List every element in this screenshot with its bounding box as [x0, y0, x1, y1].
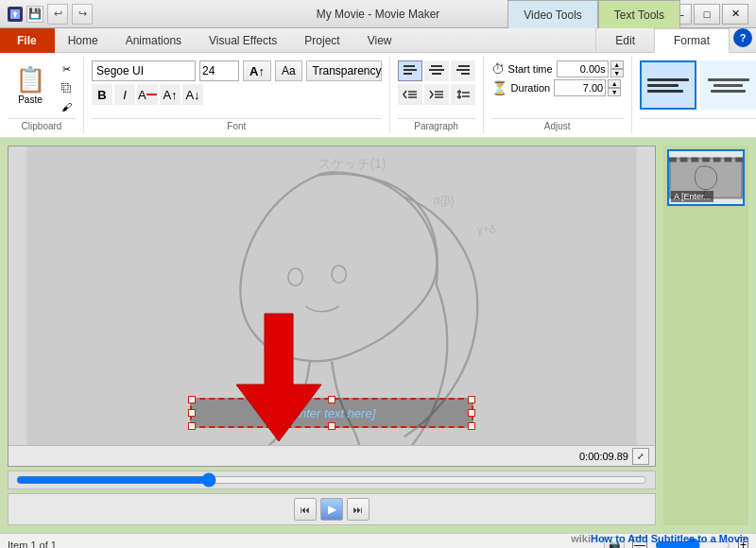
copy-btn[interactable]: ⿻: [57, 79, 76, 96]
tab-animations[interactable]: Animations: [112, 28, 196, 53]
play-btn[interactable]: ▶: [320, 498, 343, 521]
align-left-btn[interactable]: [398, 60, 422, 81]
svg-text:スケッチ(1): スケッチ(1): [318, 156, 387, 171]
tab-project[interactable]: Project: [291, 28, 353, 53]
video-area: スケッチ(1) α{β} γ+δ [Enter te: [8, 146, 656, 525]
text-box-handle: [468, 396, 475, 403]
save-icon[interactable]: 💾: [26, 6, 43, 23]
status-text: Item 1 of 1: [8, 539, 57, 549]
svg-rect-27: [669, 157, 677, 162]
video-sketch: スケッチ(1) α{β} γ+δ [Enter te: [9, 146, 655, 466]
bold-btn[interactable]: B: [92, 84, 112, 105]
app-icon: [8, 7, 23, 22]
adjust-group: ⏱ Start time ▲ ▼ ⏳ Duration: [484, 57, 632, 133]
paste-btn[interactable]: 📋 Paste: [8, 60, 53, 117]
step-forward-btn[interactable]: ⏭: [347, 498, 369, 521]
svg-rect-30: [702, 157, 710, 162]
svg-text:α{β}: α{β}: [434, 194, 455, 207]
duration-input[interactable]: [554, 79, 606, 96]
help-btn[interactable]: ?: [733, 28, 752, 47]
undo-btn[interactable]: ↩: [47, 4, 68, 25]
tab-visual-effects[interactable]: Visual Effects: [196, 28, 291, 53]
line-spacing-btn[interactable]: [451, 84, 475, 105]
thumb-item-1[interactable]: A [Enter...: [667, 149, 745, 206]
window-title: My Movie - Movie Maker: [317, 8, 440, 21]
thumb-label-1: A [Enter...: [671, 191, 713, 202]
video-canvas: スケッチ(1) α{β} γ+δ [Enter te: [8, 146, 656, 467]
align-center-btn[interactable]: [424, 60, 449, 81]
maximize-btn[interactable]: □: [694, 4, 720, 25]
timeline-scrubber[interactable]: [16, 474, 647, 486]
text-box-handle: [188, 422, 196, 430]
effect-btn-1[interactable]: [640, 60, 696, 110]
svg-rect-28: [680, 157, 688, 162]
tab-home[interactable]: Home: [55, 28, 112, 53]
start-time-icon: ⏱: [491, 61, 505, 77]
time-display: 0:00:09.89: [579, 451, 628, 462]
italic-btn[interactable]: I: [114, 84, 135, 105]
effect-btn-2[interactable]: [700, 60, 756, 110]
ribbon: 📋 Paste ✂ ⿻ 🖌 Clipboard A↑ Aa Tran: [0, 53, 756, 138]
indent-right-btn[interactable]: [424, 84, 449, 105]
tab-view[interactable]: View: [354, 28, 406, 53]
font-size-input[interactable]: [199, 60, 239, 81]
cut-btn[interactable]: ✂: [57, 60, 76, 77]
duration-label: Duration: [511, 82, 551, 94]
font-size-dn-btn[interactable]: A↓: [182, 84, 203, 105]
tab-file[interactable]: File: [0, 28, 55, 53]
enter-text-placeholder[interactable]: [Enter text here]: [288, 406, 376, 420]
subtab-format[interactable]: Format: [654, 28, 730, 53]
start-time-label: Start time: [508, 63, 553, 75]
svg-rect-29: [691, 157, 698, 162]
font-group: A↑ Aa Transparency B I A A↑ A↓ Font: [84, 57, 390, 133]
paragraph-group: Paragraph: [390, 57, 484, 133]
video-tools-tab[interactable]: Video Tools: [507, 0, 598, 28]
text-overlay-box[interactable]: [Enter text here]: [190, 398, 473, 428]
watermark: wikiHow to Add Subtitles to a Movie: [571, 533, 748, 544]
close-btn[interactable]: ✕: [722, 4, 748, 25]
transparency-btn[interactable]: Transparency: [306, 60, 382, 81]
text-tools-tab[interactable]: Text Tools: [598, 0, 680, 28]
redo-btn[interactable]: ↪: [72, 4, 93, 25]
svg-rect-32: [725, 157, 732, 162]
paste-icon: 📋: [15, 65, 45, 94]
font-name-input[interactable]: [92, 60, 196, 81]
main-content: スケッチ(1) α{β} γ+δ [Enter te: [0, 138, 756, 533]
font-color-btn[interactable]: A: [137, 84, 158, 105]
ribbon-tabs: File Home Animations Visual Effects Proj…: [0, 28, 756, 53]
expand-btn[interactable]: ⤢: [632, 448, 649, 465]
sidebar-panel: A [Enter...: [663, 146, 748, 525]
paste-label: Paste: [18, 94, 43, 105]
indent-left-btn[interactable]: [398, 84, 422, 105]
start-time-up-btn[interactable]: ▲: [610, 60, 624, 69]
text-box-handle: [468, 422, 475, 430]
text-box-handle: [188, 409, 196, 417]
text-box-handle: [328, 396, 335, 403]
svg-rect-31: [713, 157, 721, 162]
svg-rect-33: [735, 157, 743, 162]
align-right-btn[interactable]: [451, 60, 475, 81]
duration-dn-btn[interactable]: ▼: [608, 88, 621, 96]
duration-up-btn[interactable]: ▲: [608, 79, 621, 88]
format-painter-btn[interactable]: 🖌: [57, 98, 76, 115]
start-time-input[interactable]: [557, 60, 609, 77]
effects-group: ◀◀ ▶▶: [632, 57, 756, 133]
font-size-up-btn[interactable]: A↑: [160, 84, 180, 105]
text-box-handle: [468, 409, 475, 417]
svg-text:γ+δ: γ+δ: [477, 223, 496, 236]
font-grow-btn[interactable]: A↑: [243, 60, 271, 81]
title-bar: 💾 ↩ ↪ My Movie - Movie Maker Video Tools…: [0, 0, 756, 28]
text-box-handle: [328, 422, 335, 430]
text-box-handle: [188, 396, 196, 403]
watermark-prefix: wiki: [571, 533, 591, 544]
aa-btn[interactable]: Aa: [275, 60, 302, 81]
subtab-edit[interactable]: Edit: [596, 28, 654, 53]
rewind-btn[interactable]: ⏮: [294, 498, 317, 521]
start-time-dn-btn[interactable]: ▼: [610, 69, 624, 77]
duration-icon: ⏳: [491, 80, 507, 95]
clipboard-group: 📋 Paste ✂ ⿻ 🖌 Clipboard: [0, 57, 84, 133]
watermark-suffix: How to Add Subtitles to a Movie: [591, 533, 748, 544]
